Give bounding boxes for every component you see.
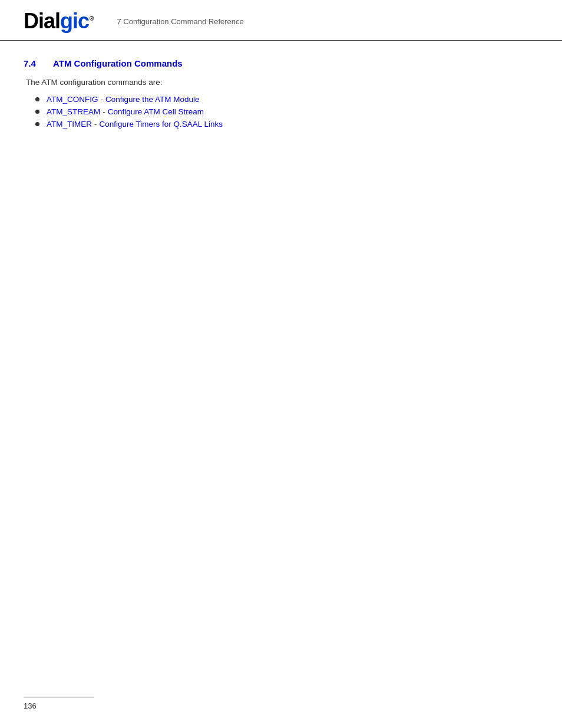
atm-timer-code-link[interactable]: ATM_TIMER [47, 120, 92, 129]
page-header: Dialgic® 7 Configuration Command Referen… [0, 0, 562, 41]
atm-config-desc-link[interactable]: Configure the ATM Module [105, 95, 200, 104]
breadcrumb: 7 Configuration Command Reference [117, 17, 243, 26]
main-content: 7.4 ATM Configuration Commands The ATM c… [0, 41, 562, 156]
page-container: Dialgic® 7 Configuration Command Referen… [0, 0, 562, 728]
list-item: ATM_CONFIG - Configure the ATM Module [35, 95, 538, 104]
atm-timer-desc-link[interactable]: Configure Timers for Q.SAAL Links [100, 120, 223, 129]
bullet-icon [35, 110, 39, 114]
logo-dialog-part: Dial [24, 9, 60, 33]
logo-registered: ® [90, 15, 93, 22]
logo-text: Dialgic® [24, 11, 93, 32]
list-item: ATM_TIMER - Configure Timers for Q.SAAL … [35, 120, 538, 129]
atm-stream-code-link[interactable]: ATM_STREAM [47, 107, 100, 116]
section-title: ATM Configuration Commands [53, 58, 183, 68]
atm-config-code-link[interactable]: ATM_CONFIG [47, 95, 98, 104]
list-item: ATM_STREAM - Configure ATM Cell Stream [35, 107, 538, 116]
separator-1: - [101, 95, 104, 104]
atm-stream-desc-link[interactable]: Configure ATM Cell Stream [108, 107, 204, 116]
page-footer: 136 [24, 697, 538, 710]
intro-text: The ATM configuration commands are: [26, 78, 538, 87]
section-number: 7.4 [24, 58, 53, 68]
bullet-icon [35, 122, 39, 126]
page-number: 136 [24, 701, 37, 710]
logo-gic-part: gic [60, 9, 89, 33]
separator-3: - [94, 120, 97, 129]
command-list: ATM_CONFIG - Configure the ATM Module AT… [35, 95, 538, 129]
footer-divider [24, 697, 94, 697]
separator-2: - [103, 107, 105, 116]
logo: Dialgic® [24, 11, 93, 32]
section-heading: 7.4 ATM Configuration Commands [24, 58, 538, 68]
bullet-icon [35, 97, 39, 101]
